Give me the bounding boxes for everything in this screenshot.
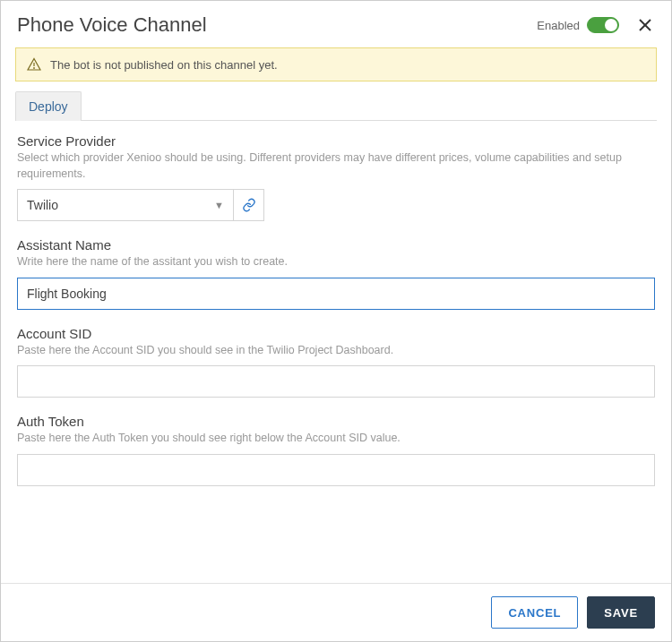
banner-message: The bot is not published on this channel… bbox=[50, 58, 278, 72]
modal-body: Service Provider Select which provider X… bbox=[1, 121, 671, 583]
tab-bar: Deploy bbox=[15, 90, 657, 121]
modal-phone-voice-channel: Phone Voice Channel Enabled The bot is n… bbox=[0, 0, 672, 642]
service-provider-select[interactable]: Twilio ▼ bbox=[17, 189, 234, 221]
link-icon bbox=[242, 198, 256, 212]
auth-token-label: Auth Token bbox=[17, 414, 655, 429]
auth-token-input[interactable] bbox=[17, 454, 655, 486]
field-service-provider: Service Provider Select which provider X… bbox=[17, 133, 655, 221]
svg-point-4 bbox=[33, 67, 35, 69]
field-auth-token: Auth Token Paste here the Auth Token you… bbox=[17, 414, 655, 486]
chevron-down-icon: ▼ bbox=[214, 200, 224, 210]
modal-title: Phone Voice Channel bbox=[17, 13, 207, 37]
service-provider-selected: Twilio bbox=[27, 198, 58, 212]
enabled-toggle[interactable] bbox=[587, 17, 619, 33]
account-sid-input[interactable] bbox=[17, 365, 655, 398]
modal-header: Phone Voice Channel Enabled bbox=[1, 1, 671, 47]
enabled-toggle-wrap: Enabled bbox=[537, 17, 619, 33]
assistant-name-label: Assistant Name bbox=[17, 237, 655, 253]
service-provider-row: Twilio ▼ bbox=[17, 189, 655, 221]
not-published-banner: The bot is not published on this channel… bbox=[15, 47, 657, 81]
close-button[interactable] bbox=[635, 15, 655, 35]
assistant-name-desc: Write here the name of the assitant you … bbox=[17, 254, 655, 270]
service-provider-label: Service Provider bbox=[17, 133, 655, 149]
tab-deploy[interactable]: Deploy bbox=[15, 91, 82, 121]
save-button[interactable]: SAVE bbox=[587, 596, 655, 629]
modal-footer: CANCEL SAVE bbox=[1, 583, 671, 641]
field-account-sid: Account SID Paste here the Account SID y… bbox=[17, 326, 655, 398]
field-assistant-name: Assistant Name Write here the name of th… bbox=[17, 237, 655, 310]
auth-token-desc: Paste here the Auth Token you should see… bbox=[17, 431, 655, 447]
service-provider-link-button[interactable] bbox=[234, 189, 264, 221]
account-sid-desc: Paste here the Account SID you should se… bbox=[17, 343, 655, 359]
toggle-knob bbox=[605, 19, 617, 31]
service-provider-desc: Select which provider Xenioo should be u… bbox=[17, 150, 655, 182]
enabled-label: Enabled bbox=[537, 19, 580, 32]
cancel-button[interactable]: CANCEL bbox=[491, 596, 578, 629]
account-sid-label: Account SID bbox=[17, 326, 655, 341]
header-right: Enabled bbox=[537, 15, 655, 35]
assistant-name-input[interactable] bbox=[17, 278, 655, 310]
close-icon bbox=[638, 18, 652, 32]
warning-icon bbox=[27, 57, 41, 72]
